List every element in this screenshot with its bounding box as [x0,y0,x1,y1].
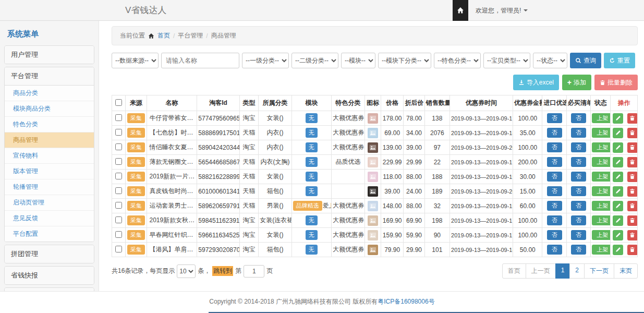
edit-button[interactable] [613,186,623,197]
import-select-toggle[interactable]: 否 [547,245,562,255]
import-excel-button[interactable]: 导入excel [513,75,559,90]
delete-button[interactable] [627,215,638,226]
sidebar-item[interactable]: 特色分类 [5,117,94,133]
import-select-toggle[interactable]: 否 [547,172,562,182]
row-checkbox[interactable] [115,129,122,136]
filter-select[interactable]: --二级分类-- [291,53,338,68]
row-checkbox[interactable] [115,173,122,179]
name-search-input[interactable] [161,53,239,68]
status-toggle[interactable]: 上架 [592,230,611,240]
delete-button[interactable] [627,172,638,182]
edit-button[interactable] [613,157,623,167]
row-checkbox[interactable] [115,202,122,209]
page-button[interactable]: 末页 [614,263,638,279]
edit-button[interactable] [613,245,623,255]
user-menu[interactable]: 欢迎您，管理员! [468,0,535,21]
row-checkbox[interactable] [115,187,122,194]
must-buy-toggle[interactable]: 否 [571,172,586,182]
sidebar-item[interactable]: 启动页管理 [5,195,94,211]
delete-button[interactable] [627,142,638,153]
row-checkbox[interactable] [115,231,122,238]
page-button[interactable]: 1 [555,263,570,279]
page-number-input[interactable] [244,265,264,278]
icp-link[interactable]: 粤ICP备16098006号 [378,298,434,305]
status-toggle[interactable]: 上架 [592,186,611,196]
edit-button[interactable] [613,113,623,124]
must-buy-toggle[interactable]: 否 [571,157,586,167]
filter-select[interactable]: --特色分类-- [434,53,481,68]
import-select-toggle[interactable]: 否 [547,201,562,211]
reset-button[interactable]: 重置 [604,53,635,68]
status-toggle[interactable]: 上架 [592,245,611,255]
edit-button[interactable] [613,215,623,226]
status-toggle[interactable]: 上架 [592,142,611,152]
import-select-toggle[interactable]: 否 [547,186,562,196]
filter-select[interactable]: --一级分类-- [242,53,289,68]
status-toggle[interactable]: 上架 [592,201,611,211]
edit-button[interactable] [613,172,623,182]
status-toggle[interactable]: 上架 [592,113,611,123]
breadcrumb-item-platform[interactable]: 平台管理 [178,31,203,40]
filter-select[interactable]: --数据来源-- [112,53,159,68]
breadcrumb-home-link[interactable]: 首页 [157,31,170,40]
delete-button[interactable] [627,186,638,197]
row-checkbox[interactable] [115,114,122,121]
delete-button[interactable] [627,157,638,167]
sidebar-group[interactable]: 拼团管理 [5,245,94,263]
batch-delete-button[interactable]: 批量删除 [594,75,638,90]
add-button[interactable]: + 添加 [562,75,591,90]
import-select-toggle[interactable]: 否 [547,230,562,240]
search-button[interactable]: 查询 [570,53,601,68]
status-toggle[interactable]: 上架 [592,172,611,182]
delete-button[interactable] [627,128,638,138]
status-toggle[interactable]: 上架 [592,128,611,138]
sidebar-group[interactable]: 省钱快报 [5,267,94,284]
must-buy-toggle[interactable]: 否 [571,201,586,211]
delete-button[interactable] [627,113,638,124]
import-select-toggle[interactable]: 否 [547,128,562,138]
sidebar-item[interactable]: 版本管理 [5,164,94,179]
delete-button[interactable] [627,201,638,211]
filter-select[interactable]: --模块-- [341,53,375,68]
sidebar-group[interactable]: 平台管理 [5,67,94,85]
import-select-toggle[interactable]: 否 [547,113,562,123]
sidebar-item[interactable]: 模块商品分类 [5,101,94,117]
filter-select[interactable]: --模块下分类-- [378,53,431,68]
delete-button[interactable] [627,230,638,240]
import-select-toggle[interactable]: 否 [547,215,562,225]
row-checkbox[interactable] [115,216,122,223]
select-all-checkbox[interactable] [115,99,122,106]
sidebar-group[interactable]: 消息管理 [5,288,94,291]
status-toggle[interactable]: 上架 [592,215,611,225]
filter-select[interactable]: --状态-- [533,53,567,68]
must-buy-toggle[interactable]: 否 [571,245,586,255]
sidebar-item[interactable]: 平台配置 [5,226,94,242]
sidebar-item[interactable]: 轮播管理 [5,179,94,195]
must-buy-toggle[interactable]: 否 [571,186,586,196]
edit-button[interactable] [613,201,623,211]
must-buy-toggle[interactable]: 否 [571,113,586,123]
edit-button[interactable] [613,230,623,240]
sidebar-item[interactable]: 意见反馈 [5,211,94,226]
must-buy-toggle[interactable]: 否 [571,128,586,138]
row-checkbox[interactable] [115,158,122,165]
row-checkbox[interactable] [115,246,122,252]
must-buy-toggle[interactable]: 否 [571,215,586,225]
per-page-select[interactable]: 10 [177,264,196,278]
import-select-toggle[interactable]: 否 [547,142,562,152]
sidebar-item[interactable]: 商品管理 [5,133,94,148]
sidebar-item[interactable]: 宣传物料 [5,148,94,164]
import-select-toggle[interactable]: 否 [547,157,562,167]
filter-select[interactable]: --宝贝类型-- [483,53,530,68]
page-button[interactable]: 下一页 [584,263,614,279]
row-checkbox[interactable] [115,143,122,150]
edit-button[interactable] [613,128,623,138]
delete-button[interactable] [627,245,638,255]
edit-button[interactable] [613,142,623,153]
status-toggle[interactable]: 上架 [592,157,611,167]
page-button[interactable]: 2 [569,263,585,279]
home-button[interactable] [453,0,468,21]
sidebar-group[interactable]: 用户管理 [5,46,94,64]
sidebar-item[interactable]: 商品分类 [5,86,94,101]
must-buy-toggle[interactable]: 否 [571,142,586,152]
